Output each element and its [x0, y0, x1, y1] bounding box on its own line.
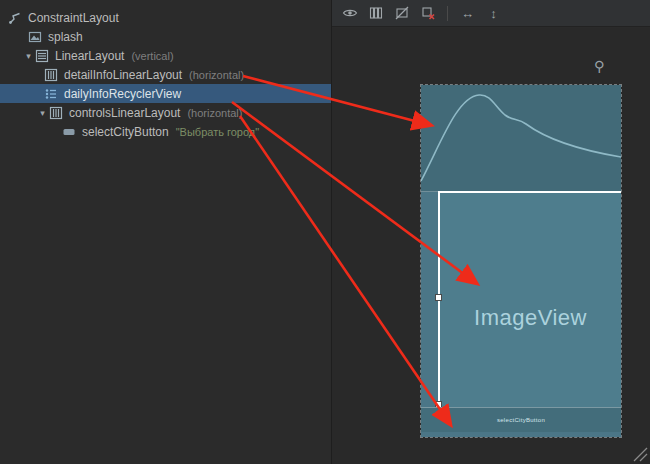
- tree-item-meta: (vertical): [131, 50, 173, 62]
- detail-info-header-preview[interactable]: [421, 85, 621, 192]
- selected-view-outline[interactable]: ImageView: [438, 191, 621, 407]
- recycler-view-icon: [44, 87, 58, 101]
- constraint-layout-icon: [8, 11, 22, 25]
- component-tree-panel: ConstraintLayout splash ▾ LinearLayout (…: [0, 0, 331, 464]
- chevron-down-icon[interactable]: ▾: [36, 108, 49, 118]
- tree-item-label: selectCityButton: [82, 125, 169, 139]
- tree-item-meta: (horizontal): [189, 69, 244, 81]
- tree-item-label: ConstraintLayout: [28, 11, 119, 25]
- pan-vertical-icon[interactable]: ↕: [485, 5, 502, 22]
- tree-item-label: LinearLayout: [55, 49, 124, 63]
- toolbar-separator: [447, 6, 448, 21]
- resize-handle[interactable]: [435, 294, 442, 301]
- imageview-label[interactable]: ImageView: [440, 305, 621, 331]
- tree-item-controlslinearlayout[interactable]: ▾ controlsLinearLayout (horizontal): [0, 103, 331, 122]
- linear-layout-vertical-icon: [35, 49, 49, 63]
- tree-item-splash[interactable]: splash: [0, 27, 331, 46]
- tree-item-detailinfolinearlayout[interactable]: detailInfoLinearLayout (horizontal): [0, 65, 331, 84]
- design-canvas[interactable]: ⚲ ImageView selectCityButton: [332, 28, 650, 464]
- tree-item-label: dailyInfoRecyclerView: [64, 87, 181, 101]
- wrench-icon[interactable]: ⚲: [594, 59, 604, 73]
- eye-icon[interactable]: [341, 5, 358, 22]
- tree-item-meta: (horizontal): [187, 107, 242, 119]
- tree-item-constraintlayout[interactable]: ConstraintLayout: [0, 8, 331, 27]
- linear-layout-horizontal-icon: [49, 106, 63, 120]
- design-preview[interactable]: ImageView selectCityButton: [421, 85, 621, 437]
- hide-decorations-icon[interactable]: [393, 5, 410, 22]
- render-errors-icon[interactable]: [419, 5, 436, 22]
- chart-curve: [421, 85, 621, 191]
- button-icon: [62, 125, 76, 139]
- tree-item-string-value: "Выбрать город": [176, 126, 259, 138]
- tree-item-label: detailInfoLinearLayout: [64, 68, 182, 82]
- tree-item-label: splash: [48, 30, 83, 44]
- design-panel: ↔ ↕ ⚲ ImageView selectCityButton: [331, 0, 650, 464]
- image-view-icon: [28, 30, 42, 44]
- resize-grip-icon[interactable]: [633, 447, 648, 462]
- chevron-down-icon[interactable]: ▾: [22, 51, 35, 61]
- tree-item-dailyinforecyclerview[interactable]: dailyInfoRecyclerView: [0, 84, 331, 103]
- pan-horizontal-icon[interactable]: ↔: [459, 5, 476, 22]
- tree-item-label: controlsLinearLayout: [69, 106, 180, 120]
- linear-layout-horizontal-icon: [44, 68, 58, 82]
- design-toolbar: ↔ ↕: [332, 0, 650, 27]
- columns-icon[interactable]: [367, 5, 384, 22]
- tree-item-selectcitybutton[interactable]: selectCityButton "Выбрать город": [0, 122, 331, 141]
- select-city-button-preview[interactable]: selectCityButton: [421, 407, 621, 432]
- select-city-button-label: selectCityButton: [497, 417, 545, 423]
- tree-item-linearlayout[interactable]: ▾ LinearLayout (vertical): [0, 46, 331, 65]
